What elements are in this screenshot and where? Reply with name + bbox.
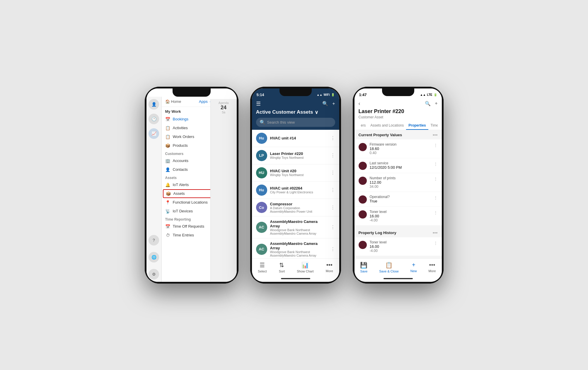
tab-item[interactable]: Assets and Locations <box>368 122 406 130</box>
status-icons-2: ▲▲ WiFi 🔋 <box>317 93 335 96</box>
prop-dot <box>359 195 367 204</box>
asset-info: HVAC unit #14 <box>270 136 328 140</box>
home-indicator-3 <box>384 278 413 279</box>
asset-name: AssemblyMaestro Camera Array <box>270 219 328 228</box>
prop-content: Firmware version 18.60 0.40 <box>370 142 438 155</box>
asset-more-button[interactable]: ⋮ <box>330 187 335 193</box>
asset-more-button[interactable]: ⋮ <box>330 246 335 252</box>
asset-info: Laser Printer #220 Wingtip Toys Northwes… <box>270 151 328 159</box>
log-item[interactable]: Toner level 16.00 -4.00 ⋮ <box>354 237 442 256</box>
clock-icon[interactable]: 🕐 <box>149 114 159 124</box>
more-action-3[interactable]: ••• More <box>429 262 436 273</box>
contacts-label: Contacts <box>173 167 188 172</box>
search-input[interactable] <box>267 120 332 125</box>
prop-dot <box>359 162 367 170</box>
search-icon-3[interactable]: 🔍 <box>425 101 431 106</box>
asset-item[interactable]: HU HVAC Unit #20 Wingtip Toys Northwest … <box>252 164 339 182</box>
asset-more-button[interactable]: ⋮ <box>330 224 335 230</box>
view-title-text: Active Customer Assets <box>256 109 313 115</box>
asset-item[interactable]: Co Compressor A Datum Corporation Assemb… <box>252 199 339 216</box>
prop-more-button[interactable]: ⋮ <box>434 210 438 215</box>
search-bar[interactable]: 🔍 <box>256 118 335 127</box>
tab-item[interactable]: Timeline <box>428 122 438 130</box>
property-item[interactable]: Firmware version 18.60 0.40 ⋮ <box>354 139 442 158</box>
asset-avatar: HU <box>256 167 267 178</box>
asset-info: AssemblyMaestro Camera Array Woodgrove B… <box>270 219 328 235</box>
log-history-more[interactable]: ••• <box>433 230 438 236</box>
save-close-action[interactable]: 📋 Save & Close <box>379 262 399 273</box>
chart-action[interactable]: 📊 Show Chart <box>297 262 313 273</box>
status-time-2: 5:14 <box>257 93 264 97</box>
log-more-button[interactable]: ⋮ <box>434 241 438 245</box>
sort-label: Sort <box>279 270 285 273</box>
asset-item[interactable]: AC AssemblyMaestro Camera Array Woodgrov… <box>252 216 339 238</box>
products-icon: 📦 <box>165 143 171 148</box>
phone-1: 👤 🕐 📈 ? 🌐 ⚙ 🏠 Home <box>145 87 238 284</box>
battery-icon-2: 🔋 <box>331 93 335 96</box>
signal-icon-2: ▲▲ <box>317 93 323 96</box>
chart-icon[interactable]: 📈 <box>149 128 159 139</box>
add-icon-3[interactable]: + <box>435 101 437 106</box>
log-label: Toner level <box>370 240 438 244</box>
globe-icon[interactable]: 🌐 <box>149 252 159 262</box>
prop-value: 112.00 <box>370 180 438 185</box>
search-icon-bar: 🔍 <box>260 120 265 125</box>
property-item[interactable]: Last service 12/1/2020 5:00 PM ⋮ <box>354 158 442 173</box>
sort-action[interactable]: ⇅ Sort <box>279 262 285 273</box>
time-entries-icon: ⏱ <box>165 233 171 238</box>
asset-more-button[interactable]: ⋮ <box>330 135 335 141</box>
select-action[interactable]: ☰ Select <box>258 262 267 273</box>
prop-more-button[interactable]: ⋮ <box>434 195 438 200</box>
settings-icon[interactable]: ⚙ <box>149 269 159 279</box>
more-action[interactable]: ••• More <box>326 262 333 273</box>
prop-value2: 34.00 <box>370 185 438 189</box>
back-button[interactable]: ‹ <box>359 100 360 107</box>
chart-action-icon: 📊 <box>301 262 309 269</box>
tab-item[interactable]: Properties <box>406 122 428 130</box>
prop-dot <box>359 143 367 151</box>
chevron-down-icon[interactable]: ∨ <box>315 109 318 115</box>
property-item[interactable]: Operational? True ⋮ <box>354 192 442 207</box>
asset-sub: City Power & Light Electronics <box>270 190 328 194</box>
sort-icon: ⇅ <box>279 262 284 269</box>
nav-home[interactable]: 🏠 Home <box>165 99 181 104</box>
select-icon: ☰ <box>260 262 265 269</box>
avatar-icon[interactable]: 👤 <box>149 99 159 110</box>
prop-label: Toner level <box>370 210 438 214</box>
asset-sub: Wingtip Toys Northwest <box>270 173 328 177</box>
home-indicator-2 <box>281 278 310 279</box>
notch-3 <box>382 88 414 96</box>
property-item[interactable]: Toner level 16.00 -4.00 ⋮ <box>354 207 442 226</box>
agenda-peek: Agenda 24 Sa <box>210 99 237 282</box>
log-history-header: Property Log History ••• <box>354 228 442 237</box>
asset-item[interactable]: LP Laser Printer #220 Wingtip Toys North… <box>252 147 339 164</box>
home-icon: 🏠 <box>165 99 170 104</box>
prop-more-button[interactable]: ⋮ <box>434 177 438 181</box>
tab-item[interactable]: ers <box>359 122 368 130</box>
property-item[interactable]: Number of prints 112.00 34.00 ⋮ <box>354 173 442 192</box>
wifi-icon-2: WiFi <box>323 93 330 96</box>
prop-more-button[interactable]: ⋮ <box>434 162 438 166</box>
add-icon-2[interactable]: + <box>332 101 335 106</box>
current-props-more[interactable]: ••• <box>433 132 438 138</box>
hamburger-menu[interactable]: ☰ <box>256 100 261 107</box>
prop-more-button[interactable]: ⋮ <box>434 143 438 148</box>
signal-icon-3: ▲▲ <box>420 93 426 96</box>
iot-alerts-label: IoT Alerts <box>173 183 189 187</box>
asset-item[interactable]: Hu HVAC unit #14 ⋮ <box>252 130 339 147</box>
asset-more-button[interactable]: ⋮ <box>330 153 335 158</box>
asset-avatar: AC <box>256 244 267 255</box>
new-action[interactable]: + New <box>410 262 417 273</box>
asset-item[interactable]: AC AssemblyMaestro Camera Array Woodgrov… <box>252 238 339 258</box>
search-icon-2[interactable]: 🔍 <box>322 101 328 106</box>
asset-name: HVAC unit #02264 <box>270 186 328 190</box>
battery-icon-3: 🔋 <box>434 93 437 96</box>
prop-content: Operational? True <box>370 195 438 203</box>
lte-label: LTE <box>427 93 432 96</box>
asset-more-button[interactable]: ⋮ <box>330 170 335 175</box>
asset-item[interactable]: Hu HVAC unit #02264 City Power & Light E… <box>252 182 339 199</box>
detail-content: Current Property Values ••• Firmware ver… <box>354 130 442 258</box>
save-action[interactable]: 💾 Save <box>360 262 367 273</box>
asset-more-button[interactable]: ⋮ <box>330 205 335 210</box>
help-icon[interactable]: ? <box>149 235 159 245</box>
